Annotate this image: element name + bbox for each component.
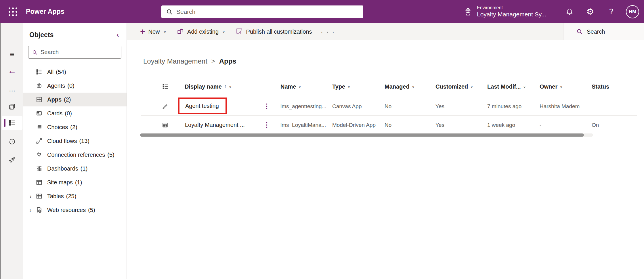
sort-ascending-icon: ↑: [224, 84, 227, 89]
new-button[interactable]: + New ∨: [140, 27, 166, 36]
tree-item-cloud-flows[interactable]: Cloud flows (13): [23, 134, 127, 148]
tree-item-cards[interactable]: Cards (0): [23, 106, 127, 120]
column-header-display-name[interactable]: Display name ↑ ∨: [185, 79, 232, 95]
chevron-down-icon: ∨: [164, 30, 167, 34]
app-status: On: [592, 116, 599, 134]
chevron-down-icon: ∨: [412, 85, 415, 89]
plus-icon: +: [140, 27, 145, 36]
column-header-owner[interactable]: Owner ∨: [540, 79, 563, 95]
top-app-bar: Power Apps Environment Loyalty Managemen…: [0, 0, 644, 23]
column-header-customized[interactable]: Customized ∨: [435, 79, 473, 95]
objects-search[interactable]: [28, 46, 121, 59]
publish-icon: [236, 27, 243, 35]
environment-selector[interactable]: Environment Loyalty Management Sy...: [464, 0, 546, 23]
objects-tree-icon: [8, 119, 16, 127]
agent-robot-icon: [36, 82, 43, 89]
chevron-right-icon[interactable]: ›: [26, 207, 35, 213]
apps-list-view: Loyalty Management > Apps Display name ↑…: [127, 40, 644, 279]
app-customized: Yes: [435, 116, 444, 134]
tree-item-tables[interactable]: › Tables (25): [23, 189, 127, 203]
app-last-modified: 1 week ago: [487, 116, 515, 134]
table-row[interactable]: Agent testing Agent testing ⋮ lms_agentt…: [141, 97, 637, 115]
row-layout-icon: [162, 79, 169, 95]
objects-search-input[interactable]: [41, 49, 118, 56]
publish-all-customizations-button[interactable]: Publish all customizations: [236, 27, 312, 36]
help-button[interactable]: ?: [605, 0, 618, 23]
all-list-icon: [36, 68, 43, 75]
breadcrumb: Loyalty Management > Apps: [143, 57, 236, 65]
chevron-down-icon: ∨: [222, 30, 225, 34]
command-overflow-button[interactable]: · · ·: [321, 27, 335, 36]
pages-icon: [8, 103, 16, 110]
column-header-name[interactable]: Name ∨: [280, 79, 301, 95]
app-display-name[interactable]: Agent testing: [185, 103, 219, 109]
site-map-icon: [36, 179, 43, 186]
rail-more-button[interactable]: ⋯: [5, 84, 19, 98]
app-owner: -: [540, 116, 541, 134]
chevron-down-icon: ∨: [298, 85, 301, 89]
column-header-last-modified[interactable]: Last Modif... ∨: [487, 79, 526, 95]
cloud-flow-icon: [36, 137, 43, 144]
tree-item-connection-references[interactable]: Connection references (5): [23, 148, 127, 162]
tree-item-site-maps[interactable]: Site maps (1): [23, 175, 127, 189]
row-actions-kebab-icon[interactable]: ⋮: [262, 97, 272, 116]
global-search-input[interactable]: [176, 8, 359, 15]
app-managed: No: [385, 116, 391, 134]
horizontal-scrollbar[interactable]: [140, 133, 584, 137]
app-type: Model-Driven App: [332, 116, 376, 134]
breadcrumb-solution-link[interactable]: Loyalty Management: [143, 57, 207, 65]
table-row[interactable]: Loyalty Management ... ⋮ lms_LoyaltiMana…: [141, 115, 637, 134]
app-last-modified: 7 minutes ago: [487, 97, 521, 116]
row-actions-kebab-icon[interactable]: ⋮: [262, 116, 272, 134]
rocket-icon: [8, 156, 16, 163]
add-existing-button[interactable]: Add existing ∨: [177, 27, 225, 36]
notifications-button[interactable]: [563, 0, 576, 23]
overflow-ellipsis-icon: · · ·: [321, 27, 335, 36]
card-icon: [36, 110, 43, 117]
chevron-right-icon[interactable]: ›: [26, 193, 35, 200]
more-ellipsis-icon: ⋯: [9, 87, 15, 95]
tree-item-apps[interactable]: Apps (2): [23, 93, 127, 106]
app-display-name[interactable]: Loyalty Management ...: [185, 116, 245, 134]
column-header-type[interactable]: Type ∨: [332, 79, 350, 95]
tree-item-agents[interactable]: Agents (0): [23, 79, 127, 93]
table-icon: [36, 193, 43, 200]
apps-grid-icon: [36, 96, 43, 103]
rail-history-button[interactable]: [5, 134, 19, 148]
gear-icon: ⚙: [586, 7, 594, 17]
web-resource-icon: [36, 207, 43, 213]
app-customized: Yes: [435, 97, 444, 116]
tree-item-dashboards[interactable]: Dashboards (1): [23, 162, 127, 175]
back-button[interactable]: ←: [5, 64, 19, 78]
collapse-panel-icon[interactable]: ‹: [116, 31, 119, 39]
rail-rocket-button[interactable]: [5, 153, 19, 167]
help-icon: ?: [609, 7, 613, 16]
tree-item-all[interactable]: All (54): [23, 65, 127, 79]
command-search-button[interactable]: Search: [563, 23, 644, 40]
left-navigation-rail: ≡ ← ⋯: [0, 23, 23, 279]
environment-name: Loyalty Management Sy...: [477, 11, 546, 18]
column-header-status[interactable]: Status: [592, 79, 609, 95]
user-avatar[interactable]: HM: [626, 5, 639, 18]
menu-toggle-button[interactable]: ≡: [5, 47, 19, 61]
chevron-down-icon: ∨: [470, 85, 473, 89]
horizontal-scrollbar-track: [140, 133, 593, 137]
bell-icon: [565, 8, 574, 16]
rail-objects-button[interactable]: [2, 116, 22, 130]
app-type: Canvas App: [332, 97, 362, 116]
settings-button[interactable]: ⚙: [584, 0, 597, 23]
search-icon: [32, 49, 38, 56]
tree-item-web-resources[interactable]: › Web resources (5): [23, 203, 127, 217]
breadcrumb-current: Apps: [219, 57, 236, 65]
chevron-down-icon: ∨: [229, 85, 232, 89]
global-search[interactable]: [161, 5, 363, 18]
app-launcher-waffle-icon[interactable]: [6, 5, 20, 18]
objects-tree: All (54) Agents (0) Apps (2) Cards (0): [23, 65, 127, 217]
app-title: Power Apps: [26, 0, 64, 23]
column-header-managed[interactable]: Managed ∨: [385, 79, 414, 95]
tree-item-choices[interactable]: Choices (2): [23, 120, 127, 134]
choices-list-icon: [36, 124, 43, 131]
rail-pages-button[interactable]: [5, 100, 19, 114]
dashboard-chart-icon: [36, 165, 43, 172]
environment-label: Environment: [477, 5, 546, 11]
